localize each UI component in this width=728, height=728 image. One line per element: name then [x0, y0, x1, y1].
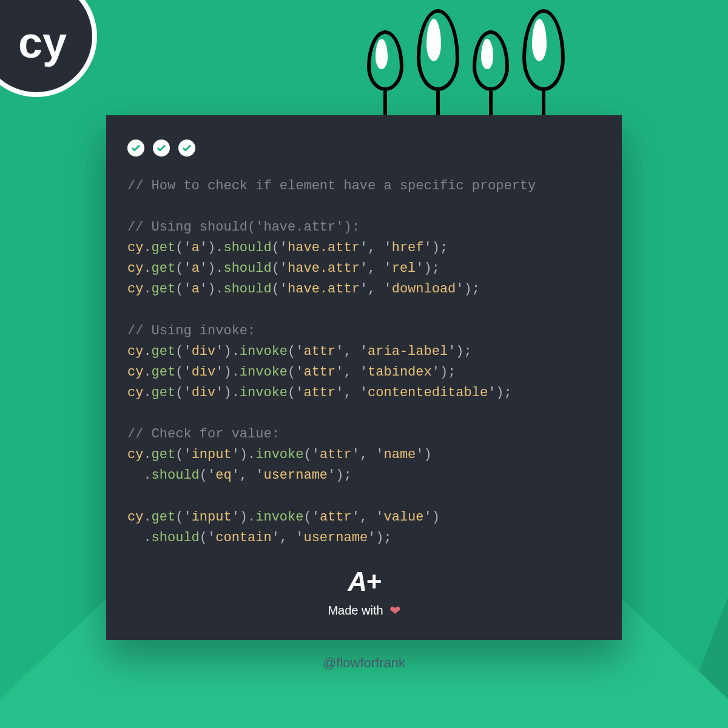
code-comment: // Check for value:: [127, 426, 280, 442]
made-with-label: Made with ❤: [328, 603, 400, 619]
code-block: // How to check if element have a specif…: [127, 176, 601, 548]
tree-icon: [367, 30, 403, 115]
code-object: cy: [127, 240, 143, 255]
tree-icon: [522, 9, 565, 115]
check-icon: [153, 140, 170, 157]
check-badges: [127, 140, 601, 157]
decorative-trees: [367, 9, 565, 115]
panel-footer: A+ Made with ❤: [127, 567, 601, 619]
check-icon: [178, 140, 195, 157]
footer-logo: A+: [348, 567, 380, 597]
heart-icon: ❤: [389, 603, 400, 619]
code-comment: // Using invoke:: [127, 323, 255, 339]
logo-text: cy: [18, 18, 67, 67]
check-icon: [127, 140, 144, 157]
code-comment: // How to check if element have a specif…: [127, 178, 536, 194]
code-panel: // How to check if element have a specif…: [106, 115, 622, 640]
author-handle: @flowforfrank: [0, 655, 728, 671]
cypress-logo: cy: [0, 0, 97, 97]
tree-icon: [417, 9, 459, 115]
code-method: get: [152, 240, 176, 255]
tree-icon: [473, 30, 509, 115]
code-comment: // Using should('have.attr'):: [127, 220, 360, 235]
